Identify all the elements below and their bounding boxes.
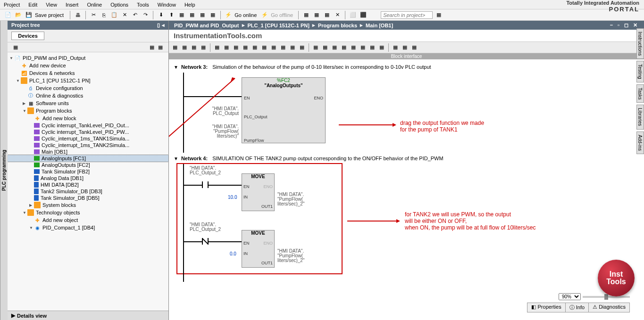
et-icon[interactable]: ▦ <box>232 43 240 52</box>
tab-addins[interactable]: Add-ins <box>636 131 644 154</box>
crumb-item[interactable]: PID_PWM and PID_Output <box>174 23 239 28</box>
menu-online[interactable]: Online <box>87 2 102 8</box>
et-icon[interactable]: ▦ <box>298 43 306 52</box>
et-icon[interactable]: ▦ <box>391 43 400 52</box>
tool2-icon[interactable]: ▦ <box>188 11 196 19</box>
tree-db2[interactable]: HMI DATA [DB2] <box>8 181 168 188</box>
tree-fc2[interactable]: AnalogOutputs [FC2] <box>8 162 168 168</box>
menu-options[interactable]: Options <box>110 2 128 8</box>
upload-icon[interactable]: ⬆ <box>167 11 176 19</box>
tree-ob-cyc4[interactable]: Cyclic_interrupt_1ms_TANK2Simula... <box>8 142 168 148</box>
tree-device-config[interactable]: ⎙Device configuration <box>8 84 168 92</box>
tree-db1[interactable]: Analog Data [DB1] <box>8 175 168 181</box>
tree-ob-cyc3[interactable]: Cyclic_interrupt_1ms_TANK1Simula... <box>8 135 168 142</box>
et-icon[interactable]: ▦ <box>213 43 221 52</box>
print-icon[interactable]: 🖶 <box>74 11 82 19</box>
tree-pid-compact[interactable]: ▼◉PID_Compact_1 [DB4] <box>8 224 168 231</box>
tree-plc[interactable]: ▼PLC_1 [CPU 1512C-1 PN] <box>8 77 168 84</box>
menu-insert[interactable]: Insert <box>66 2 79 8</box>
tool3-icon[interactable]: ▦ <box>198 11 207 19</box>
et-icon[interactable]: ▦ <box>222 43 231 52</box>
search-input[interactable] <box>381 11 433 19</box>
tree-sw-units[interactable]: ▶▦Software units <box>8 99 168 107</box>
et-icon[interactable]: ▦ <box>288 43 297 52</box>
tab-properties[interactable]: ◧ Properties <box>527 303 565 312</box>
redo-icon[interactable]: ↷ <box>141 11 150 19</box>
et-icon[interactable]: ▦ <box>241 43 250 52</box>
tb-icon[interactable]: ▦ <box>312 11 321 19</box>
tree-root[interactable]: ▼📄PID_PWM and PID_Output <box>8 54 168 62</box>
crumb-item[interactable]: Program blocks <box>318 23 357 28</box>
et-icon[interactable]: ▦ <box>311 43 320 52</box>
tree-fc1[interactable]: AnalogInputs [FC1] <box>8 155 168 162</box>
no-contact[interactable] <box>202 181 209 188</box>
et-icon[interactable]: ▦ <box>199 43 208 52</box>
tree-tool-icon[interactable]: ▦ <box>11 43 20 51</box>
tree-db3[interactable]: Tank2 Simulator_DB [DB3] <box>8 188 168 195</box>
copy-icon[interactable]: ⎘ <box>100 11 108 19</box>
devices-tab[interactable]: Devices <box>11 32 44 40</box>
close-tb-icon[interactable]: ✕ <box>333 11 342 19</box>
et-icon[interactable]: ▦ <box>377 43 386 52</box>
move-block-1[interactable]: MOVE EN ENO IN OUT1 10.0 <box>242 173 275 211</box>
open-project-icon[interactable]: 📂 <box>14 11 23 19</box>
et-icon[interactable]: ▦ <box>401 43 409 52</box>
et-icon[interactable]: ▦ <box>349 43 358 52</box>
split2-icon[interactable]: ⬛ <box>359 11 368 19</box>
et-icon[interactable]: ▦ <box>321 43 329 52</box>
undo-icon[interactable]: ↶ <box>131 11 139 19</box>
go-online-label[interactable]: Go online <box>234 12 257 18</box>
et-icon[interactable]: ▦ <box>269 43 278 52</box>
tree-fb2[interactable]: Tank Simulator [FB2] <box>8 168 168 175</box>
maximize-icon[interactable]: ◻ <box>624 22 628 28</box>
tree-devices-networks[interactable]: 📶Devices & networks <box>8 69 168 77</box>
close-icon[interactable]: ✕ <box>633 22 637 28</box>
tree-program-blocks[interactable]: ▼Program blocks <box>8 107 168 115</box>
tb-icon[interactable]: ▦ <box>302 11 310 19</box>
et-icon[interactable]: ▦ <box>340 43 348 52</box>
tree-add-object[interactable]: ✚Add new object <box>8 216 168 224</box>
crumb-item[interactable]: PLC_1 [CPU 1512C-1 PN] <box>248 23 309 28</box>
network-4-header[interactable]: ▼Network 4:SIMULATION OF THE TANK2 pump … <box>174 156 639 161</box>
et-icon[interactable]: ▦ <box>330 43 339 52</box>
tree-tech-objects[interactable]: ▼Technology objects <box>8 209 168 216</box>
tool-icon[interactable]: ▦ <box>177 11 186 19</box>
restore-icon[interactable]: ▫ <box>618 22 619 28</box>
et-icon[interactable]: ▦ <box>279 43 287 52</box>
tree-ob-cyc1[interactable]: Cyclic interrupt_TankLevel_PID_Out... <box>8 122 168 129</box>
pin-icon[interactable]: ◂ <box>162 22 165 28</box>
et-icon[interactable]: ▦ <box>410 43 418 52</box>
go-online-icon[interactable]: ⚡ <box>224 11 233 19</box>
cut-icon[interactable]: ✂ <box>89 11 98 19</box>
tree-grid2-icon[interactable]: ▦ <box>156 43 165 52</box>
et-icon[interactable]: ▦ <box>260 43 268 52</box>
tb-icon[interactable]: ▦ <box>323 11 331 19</box>
details-view-header[interactable]: ▶Details view <box>8 311 168 320</box>
network-3-header[interactable]: ▼Network 3:Simulation of the behaviour o… <box>174 64 639 70</box>
tree-online-diag[interactable]: ⓘOnline & diagnostics <box>8 92 168 99</box>
tab-instructions[interactable]: Instructions <box>636 28 644 59</box>
tree-main-ob1[interactable]: Main [OB1] <box>8 148 168 155</box>
paste-icon[interactable]: 📋 <box>110 11 118 19</box>
search-go-icon[interactable]: ▦ <box>435 11 443 19</box>
fc2-block[interactable]: %FC2 "AnalogOutputs" EN ENO PLC_Output P… <box>242 77 326 143</box>
menu-window[interactable]: Window <box>158 2 176 8</box>
tree-db5[interactable]: Tank Simulator_DB [DB5] <box>8 195 168 201</box>
crumb-item[interactable]: Main [OB1] <box>366 23 393 28</box>
tab-libraries[interactable]: Libraries <box>636 105 644 129</box>
et-icon[interactable]: ▦ <box>171 43 179 52</box>
et-icon[interactable]: ▦ <box>190 43 198 52</box>
save-icon[interactable]: 💾 <box>25 11 33 19</box>
side-tab-plc-programming[interactable]: PLC programming <box>0 21 8 320</box>
tab-info[interactable]: ⓘ Info <box>565 303 589 312</box>
et-icon[interactable]: ▦ <box>251 43 259 52</box>
tree-grid-icon[interactable]: ▦ <box>148 43 156 52</box>
tab-testing[interactable]: Testing <box>636 61 644 82</box>
new-project-icon[interactable]: 📄 <box>4 11 12 19</box>
menu-view[interactable]: View <box>46 2 57 8</box>
menu-edit[interactable]: Edit <box>28 2 37 8</box>
nc-contact[interactable] <box>202 238 209 245</box>
delete-icon[interactable]: ✕ <box>120 11 129 19</box>
menu-tools[interactable]: Tools <box>137 2 149 8</box>
tree-add-block[interactable]: ✚Add new block <box>8 115 168 122</box>
